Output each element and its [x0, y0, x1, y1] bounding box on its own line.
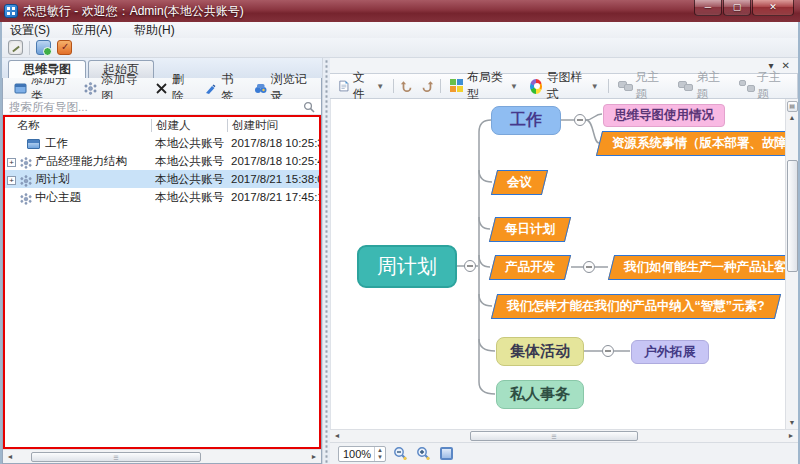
- toolbar-separator: [608, 79, 609, 93]
- toolbar-separator: [29, 41, 30, 55]
- table-row[interactable]: 工作 本地公共账号 2017/8/18 10:25:32: [5, 134, 319, 152]
- collapse-button[interactable]: [584, 262, 595, 273]
- collapse-button[interactable]: [575, 115, 586, 126]
- zoom-spin-down-icon[interactable]: ▼: [375, 454, 385, 461]
- mindmap-node[interactable]: 每日计划: [489, 217, 571, 242]
- app-icon: [4, 4, 18, 18]
- mindmap-node[interactable]: 思维导图使用情况: [603, 104, 725, 127]
- mindmap-icon: [84, 82, 97, 95]
- search-bar: [3, 99, 321, 115]
- collapse-button[interactable]: [603, 346, 614, 357]
- mindmap-node[interactable]: 产品开发: [489, 255, 571, 280]
- zoom-level-value: 100%: [339, 448, 374, 460]
- scrollbar-thumb[interactable]: [787, 160, 798, 272]
- scrollbar-thumb[interactable]: [470, 431, 638, 441]
- window-icon: [14, 82, 27, 95]
- minimize-button[interactable]: ─: [694, 0, 722, 16]
- scroll-page-icon[interactable]: ▤: [787, 101, 798, 112]
- scrollbar-thumb[interactable]: [31, 452, 201, 462]
- list-toolbar: 添加分类 添加导图 删除 书签: [3, 78, 321, 99]
- zoom-in-button[interactable]: [414, 445, 432, 463]
- window-title: 杰思敏行 - 欢迎您：Admin(本地公共账号): [23, 3, 244, 20]
- redo-icon[interactable]: [420, 79, 434, 93]
- header-name[interactable]: 名称: [5, 119, 151, 132]
- zoom-spin-up-icon[interactable]: ▲: [375, 447, 385, 454]
- topic-icon: [618, 80, 632, 92]
- expand-icon[interactable]: +: [7, 176, 16, 185]
- file-icon: [339, 79, 349, 93]
- layout-grid-icon: [450, 79, 463, 93]
- header-created[interactable]: 创建时间: [227, 119, 319, 132]
- image-add-icon[interactable]: [36, 40, 51, 55]
- mindmap-canvas[interactable]: 周计划 工作 思维导图使用情况 资源系统事情（版本部署、故障） 会议 每日计划 …: [330, 99, 785, 429]
- edit-icon[interactable]: [8, 40, 23, 55]
- menu-application[interactable]: 应用(A): [70, 22, 114, 38]
- table-header: 名称 创建人 创建时间: [5, 117, 319, 134]
- map-status-bar: 100% ▲▼: [330, 442, 798, 464]
- x-delete-icon: [155, 82, 168, 95]
- title-bar: 杰思敏行 - 欢迎您：Admin(本地公共账号) ─ ▢ ✕: [0, 0, 800, 22]
- mindmap-node[interactable]: 私人事务: [496, 380, 584, 409]
- tab-mindmap[interactable]: 思维导图: [8, 60, 86, 78]
- binoculars-icon: [254, 82, 267, 95]
- map-vertical-scrollbar[interactable]: ▤ ▲ ▼: [785, 99, 798, 429]
- header-creator[interactable]: 创建人: [151, 119, 227, 132]
- collapse-button[interactable]: [465, 261, 476, 272]
- undo-icon[interactable]: [400, 79, 414, 93]
- map-list-table: 名称 创建人 创建时间 工作 本地公共账号 2017/8/18 10:25:32: [3, 115, 321, 449]
- map-panel: ▾ ✕ 文件▼ 布局类型▼ 导图样式▼: [330, 58, 798, 464]
- pen-icon: [204, 82, 217, 95]
- mindmap-node[interactable]: 我们如何能生产一种产品让客户喜欢: [608, 255, 785, 280]
- app-window: 杰思敏行 - 欢迎您：Admin(本地公共账号) ─ ▢ ✕ 设置(S) 应用(…: [0, 0, 800, 464]
- fit-to-window-button[interactable]: [437, 445, 455, 463]
- menu-settings[interactable]: 设置(S): [8, 22, 52, 38]
- topic-icon: [678, 80, 692, 92]
- menu-help[interactable]: 帮助(H): [132, 22, 177, 38]
- app-toolbar: [2, 38, 798, 58]
- mindmap-node[interactable]: 户外拓展: [631, 340, 709, 364]
- mindmap-icon: [20, 175, 32, 187]
- left-panel: 思维导图 起始页 添加分类 添加导图 删除: [2, 58, 322, 464]
- mindmap-icon: [20, 193, 32, 205]
- chevron-down-icon: ▼: [376, 82, 384, 91]
- mindmap-node[interactable]: 工作: [491, 106, 561, 135]
- left-horizontal-scrollbar[interactable]: ◄ ►: [3, 449, 321, 463]
- mindmap-node[interactable]: 资源系统事情（版本部署、故障）: [596, 131, 785, 156]
- scroll-right-icon[interactable]: ►: [307, 451, 321, 463]
- maximize-button[interactable]: ▢: [723, 0, 751, 16]
- scroll-right-icon[interactable]: ►: [784, 430, 798, 442]
- chevron-down-icon: ▼: [510, 82, 518, 91]
- scroll-down-icon[interactable]: ▼: [789, 417, 796, 429]
- mindmap-node[interactable]: 我们怎样才能在我们的产品中纳入“智慧”元素?: [491, 294, 781, 319]
- mindmap-node[interactable]: 会议: [491, 170, 548, 195]
- toolbar-separator: [393, 79, 394, 93]
- panel-splitter[interactable]: [322, 58, 330, 464]
- mindmap-node[interactable]: 集体活动: [496, 337, 584, 366]
- close-button[interactable]: ✕: [752, 0, 794, 16]
- search-input[interactable]: [9, 101, 303, 113]
- expand-icon[interactable]: +: [7, 158, 16, 167]
- topic-icon: [739, 80, 753, 92]
- color-wheel-icon: [530, 79, 543, 94]
- menu-bar: 设置(S) 应用(A) 帮助(H): [2, 22, 798, 38]
- toolbar-separator: [440, 79, 441, 93]
- zoom-level-control[interactable]: 100% ▲▼: [338, 446, 386, 462]
- chevron-down-icon: ▼: [591, 82, 599, 91]
- mindmap-icon: [20, 157, 32, 169]
- scroll-up-icon[interactable]: ▲: [789, 112, 796, 124]
- zoom-out-button[interactable]: [391, 445, 409, 463]
- scroll-left-icon[interactable]: ◄: [3, 451, 17, 463]
- search-icon[interactable]: [303, 101, 315, 113]
- table-row[interactable]: + 产品经理能力结构 本地公共账号 2017/8/18 10:25:42: [5, 152, 319, 170]
- table-row[interactable]: 中心主题 本地公共账号 2017/8/21 17:45:14: [5, 188, 319, 206]
- mindmap-root-node[interactable]: 周计划: [357, 245, 457, 288]
- map-horizontal-scrollbar[interactable]: ◄ ►: [330, 429, 798, 442]
- task-check-icon[interactable]: [57, 40, 72, 55]
- table-row-selected[interactable]: + 周计划 本地公共账号 2017/8/21 15:38:07: [5, 170, 319, 188]
- map-toolbar: 文件▼ 布局类型▼ 导图样式▼ 兄主题: [330, 73, 798, 99]
- folder-icon: [27, 139, 40, 149]
- scroll-left-icon[interactable]: ◄: [330, 430, 344, 442]
